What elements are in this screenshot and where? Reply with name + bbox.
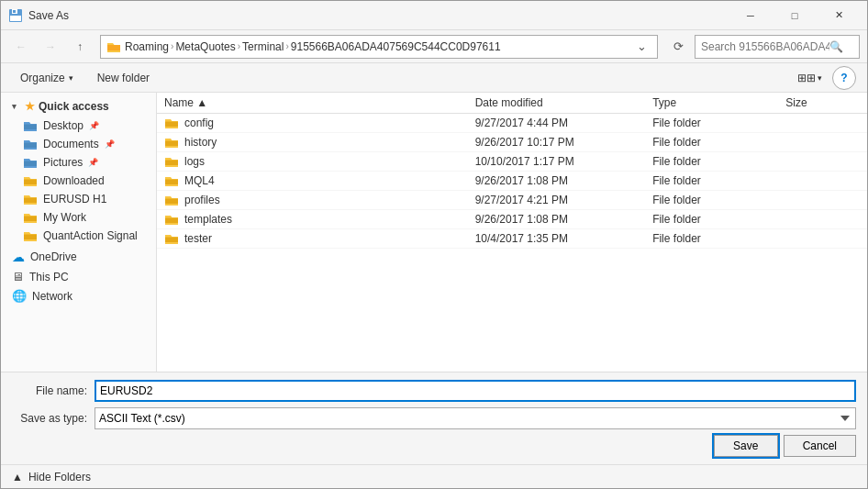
filename-input[interactable]: [95, 380, 856, 402]
onedrive-icon: ☁: [12, 250, 25, 264]
minimize-button[interactable]: ─: [729, 1, 772, 30]
pin-icon: 📌: [89, 121, 99, 130]
search-input[interactable]: [701, 40, 829, 53]
quick-access-header[interactable]: ▾ ★ Quick access: [1, 96, 156, 117]
folder-icon: [106, 40, 121, 53]
hide-folders-label: Hide Folders: [28, 471, 91, 483]
sidebar-item-desktop[interactable]: Desktop 📌: [1, 117, 156, 135]
breadcrumb: Roaming › MetaQuotes › Terminal › 915566…: [125, 40, 628, 53]
file-size-cell: [778, 133, 867, 152]
filename-row: File name:: [12, 380, 856, 402]
bread-hash: 915566BA06ADA407569C544CC0D97611: [291, 40, 501, 53]
organize-button[interactable]: Organize ▾: [12, 68, 82, 88]
close-button[interactable]: ✕: [818, 1, 860, 30]
refresh-button[interactable]: ⟳: [665, 35, 691, 59]
sidebar-downloaded-label: Downloaded: [43, 174, 105, 187]
star-icon: ★: [25, 100, 35, 113]
main-content: ▾ ★ Quick access Desktop 📌 Documents 📌 P…: [1, 93, 867, 372]
folder-icon: [164, 137, 179, 149]
col-header-type[interactable]: Type: [645, 93, 778, 114]
sidebar-network-label: Network: [32, 290, 72, 303]
sidebar-item-network[interactable]: 🌐 Network: [1, 286, 156, 306]
address-bar[interactable]: Roaming › MetaQuotes › Terminal › 915566…: [100, 35, 658, 59]
table-row[interactable]: profiles 9/27/2017 4:21 PM File folder: [157, 191, 867, 210]
file-date-cell: 10/10/2017 1:17 PM: [468, 152, 646, 172]
save-button[interactable]: Save: [714, 435, 778, 457]
sidebar-item-documents[interactable]: Documents 📌: [1, 135, 156, 153]
file-name-cell: MQL4: [157, 172, 468, 191]
file-date-cell: 9/26/2017 10:17 PM: [468, 133, 646, 152]
table-row[interactable]: templates 9/26/2017 1:08 PM File folder: [157, 210, 867, 229]
quick-access-section: ▾ ★ Quick access Desktop 📌 Documents 📌 P…: [1, 96, 156, 245]
sidebar-item-eurusd[interactable]: EURUSD H1: [1, 190, 156, 208]
file-panel: Name ▲ Date modified Type Size config: [157, 93, 867, 372]
pin-icon: 📌: [105, 139, 115, 149]
address-dropdown-button[interactable]: ⌄: [631, 37, 651, 57]
col-header-date[interactable]: Date modified: [468, 93, 646, 114]
col-header-size[interactable]: Size: [778, 93, 867, 114]
sidebar-item-thispc[interactable]: 🖥 This PC: [1, 267, 156, 286]
bread-metaquotes: MetaQuotes ›: [175, 40, 240, 53]
folder-icon: [164, 194, 179, 206]
file-name-cell: logs: [157, 152, 468, 172]
file-name-cell: templates: [157, 210, 468, 229]
folder-icon: [23, 175, 38, 187]
search-icon[interactable]: 🔍: [829, 40, 843, 53]
forward-button[interactable]: →: [38, 35, 63, 59]
maximize-button[interactable]: □: [773, 1, 816, 30]
sidebar: ▾ ★ Quick access Desktop 📌 Documents 📌 P…: [1, 93, 157, 372]
file-date-cell: 9/26/2017 1:08 PM: [468, 172, 646, 191]
navigation-toolbar: ← → ↑ Roaming › MetaQuotes › Terminal ›: [1, 30, 867, 63]
bread-terminal: Terminal ›: [242, 40, 289, 53]
savetype-label: Save as type:: [12, 412, 95, 425]
file-type-cell: File folder: [645, 191, 778, 210]
up-button[interactable]: ↑: [67, 35, 93, 59]
back-button[interactable]: ←: [8, 35, 34, 59]
table-row[interactable]: config 9/27/2017 4:44 PM File folder: [157, 114, 867, 133]
col-header-name[interactable]: Name ▲: [157, 93, 468, 114]
hide-folders-bar[interactable]: ▲ Hide Folders: [1, 464, 867, 488]
new-folder-button[interactable]: New folder: [89, 68, 158, 88]
folder-icon: [164, 214, 179, 226]
folder-icon: [23, 120, 38, 132]
svg-rect-2: [13, 10, 16, 13]
file-type-cell: File folder: [645, 133, 778, 152]
folder-icon: [23, 212, 38, 224]
table-row[interactable]: tester 10/4/2017 1:35 PM File folder: [157, 229, 867, 249]
table-row[interactable]: MQL4 9/26/2017 1:08 PM File folder: [157, 172, 867, 191]
thispc-icon: 🖥: [12, 270, 24, 283]
sidebar-onedrive-label: OneDrive: [30, 250, 77, 263]
dialog-icon: [8, 8, 23, 23]
sidebar-thispc-label: This PC: [29, 271, 69, 283]
file-size-cell: [778, 210, 867, 229]
file-size-cell: [778, 191, 867, 210]
sidebar-item-mywork[interactable]: My Work: [1, 208, 156, 227]
cancel-button[interactable]: Cancel: [784, 435, 856, 457]
view-button[interactable]: ⊞⊞ ▾: [791, 68, 829, 88]
table-row[interactable]: logs 10/10/2017 1:17 PM File folder: [157, 152, 867, 172]
table-row[interactable]: history 9/26/2017 10:17 PM File folder: [157, 133, 867, 152]
organize-toolbar: Organize ▾ New folder ⊞⊞ ▾ ?: [1, 63, 867, 93]
file-date-cell: 10/4/2017 1:35 PM: [468, 229, 646, 249]
folder-icon: [23, 194, 38, 206]
title-bar: Save As ─ □ ✕: [1, 1, 867, 30]
hide-folders-chevron: ▲: [12, 471, 23, 483]
savetype-row: Save as type: ASCII Text (*.csv): [12, 407, 856, 429]
folder-icon: [164, 233, 179, 245]
network-icon: 🌐: [12, 289, 27, 303]
organize-chevron: ▾: [69, 73, 73, 83]
view-icon: ⊞⊞: [797, 72, 816, 84]
sidebar-item-quantaction[interactable]: QuantAction Signal: [1, 227, 156, 245]
file-size-cell: [778, 152, 867, 172]
savetype-select[interactable]: ASCII Text (*.csv): [95, 407, 856, 429]
bottom-buttons: Save Cancel: [12, 435, 856, 457]
sidebar-item-onedrive[interactable]: ☁ OneDrive: [1, 247, 156, 267]
sidebar-item-pictures[interactable]: Pictures 📌: [1, 153, 156, 172]
sidebar-mywork-label: My Work: [43, 211, 86, 224]
folder-icon: [164, 117, 179, 129]
file-name-cell: profiles: [157, 191, 468, 210]
folder-icon: [23, 139, 38, 150]
file-type-cell: File folder: [645, 210, 778, 229]
help-button[interactable]: ?: [832, 66, 856, 90]
sidebar-item-downloaded[interactable]: Downloaded: [1, 172, 156, 190]
